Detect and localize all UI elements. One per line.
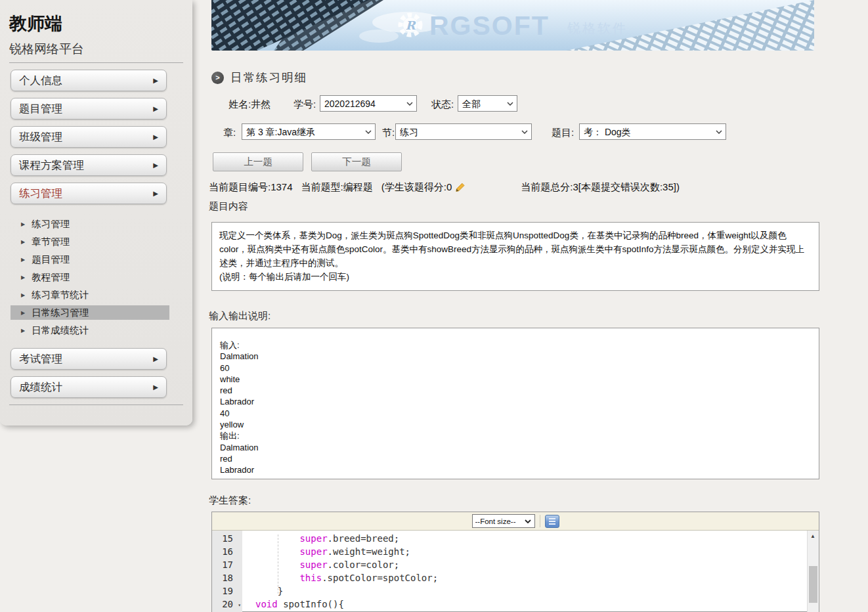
sidebar: 教师端 锐格网络平台 个人信息 ▶ 题目管理 ▶ 班级管理 ▶ 课程方案管理 ▶… — [0, 0, 192, 426]
fold-arrow-icon[interactable]: ▾ — [238, 602, 241, 608]
submenu-daily-exercise-mgmt[interactable]: ▶ 日常练习管理 — [11, 305, 169, 320]
submenu-tutorial-mgmt[interactable]: ▶ 教程管理 — [11, 270, 169, 284]
divider — [9, 404, 183, 405]
submenu-label: 日常成绩统计 — [32, 324, 89, 337]
scroll-up-icon[interactable]: ▲ — [810, 533, 815, 539]
line-number: 17 — [212, 559, 242, 573]
sidebar-item-label: 考试管理 — [19, 352, 62, 366]
submenu-label: 题目管理 — [32, 253, 70, 266]
triangle-bullet-icon: ▶ — [21, 292, 25, 298]
question-label: 题目: — [552, 127, 574, 139]
chapter-select[interactable]: 第 3 章:Java继承 — [242, 123, 376, 140]
submenu-exercise-chapter-stats[interactable]: ▶ 练习章节统计 — [11, 288, 169, 302]
line-number: 16 — [212, 546, 242, 559]
app-title: 教师端 — [9, 12, 62, 35]
submenu-label: 练习章节统计 — [32, 289, 89, 301]
chevron-right-icon: ▶ — [153, 105, 158, 112]
sidebar-item-label: 课程方案管理 — [19, 158, 84, 173]
editor-scrollbar[interactable]: ▲ — [807, 531, 819, 612]
code-line: super.weight=weight; — [255, 546, 819, 559]
code-line: super.breed=breed; — [255, 533, 819, 546]
line-number: 18 — [212, 573, 242, 586]
chevron-right-icon: ▶ — [153, 355, 158, 362]
sidebar-item-label: 题目管理 — [19, 102, 62, 116]
line-number: 15 — [212, 533, 242, 546]
font-size-select-wrap: --Font size-- — [472, 514, 535, 528]
question-content-box: 现定义一个类体系，基类为Dog，派生类为斑点狗SpottedDog类和非斑点狗U… — [211, 222, 819, 291]
page-title: 日常练习明细 — [230, 70, 307, 85]
submenu-label: 教程管理 — [32, 271, 70, 284]
status-select[interactable]: 全部 — [458, 95, 517, 112]
sidebar-item-label: 成绩统计 — [19, 380, 62, 395]
submenu-question-mgmt[interactable]: ▶ 题目管理 — [11, 252, 169, 267]
sidebar-item-score-stats[interactable]: 成绩统计 ▶ — [11, 376, 167, 398]
io-description-box: 输入: Dalmation 60 white red Labrador 40 y… — [211, 328, 819, 479]
student-id-label: 学号: — [293, 98, 316, 111]
toolbar-separator — [540, 515, 540, 527]
indent-guide — [278, 535, 278, 594]
chevron-right-icon: ▶ — [153, 133, 158, 141]
section-select[interactable]: 练习 — [395, 123, 532, 140]
question-select[interactable]: 考： Dog类 — [579, 123, 726, 140]
sidebar-item-label: 个人信息 — [19, 74, 62, 88]
document-style-icon[interactable] — [545, 515, 559, 528]
triangle-bullet-icon: ▶ — [21, 239, 25, 245]
sidebar-item-personal-info[interactable]: 个人信息 ▶ — [11, 70, 167, 91]
student-id-select[interactable]: 2020212694 — [320, 95, 417, 112]
sidebar-item-label: 班级管理 — [19, 130, 62, 144]
header-banner: R RGSOFT 锐格软件 — [211, 0, 814, 51]
status-label: 状态: — [431, 98, 454, 111]
answer-section-label: 学生答案: — [209, 494, 251, 507]
code-line: } — [255, 586, 819, 599]
triangle-bullet-icon: ▶ — [21, 328, 25, 334]
font-size-select[interactable]: --Font size-- — [472, 514, 535, 528]
chapter-select-wrap: 第 3 章:Java继承 — [242, 123, 376, 140]
sidebar-item-question-mgmt[interactable]: 题目管理 ▶ — [11, 98, 167, 120]
question-status-line: 当前题目编号:1374 当前题型:编程题 (学生该题得分:0 当前题总分:3[本… — [209, 181, 826, 194]
submenu-label: 练习管理 — [32, 218, 70, 230]
prev-question-button[interactable]: 上一题 — [213, 152, 303, 171]
editor-body[interactable]: 15 16 17 18 19 20▾ super.breed=breed; su… — [212, 531, 819, 612]
content-section-label: 题目内容 — [209, 200, 248, 213]
triangle-bullet-icon: ▶ — [21, 257, 25, 263]
page: { "colors": { "accent_red": "#a03a30", "… — [0, 0, 868, 612]
code-line: super.color=color; — [255, 559, 819, 573]
line-number: 19 — [212, 586, 242, 599]
section-select-wrap: 练习 — [395, 123, 532, 140]
scrollbar-thumb[interactable] — [809, 566, 817, 603]
question-select-wrap: 考： Dog类 — [579, 123, 726, 140]
code-line: void spotInfo(){ — [255, 599, 819, 612]
student-score: (学生该题得分:0 — [381, 181, 452, 194]
line-number-gutter: 15 16 17 18 19 20▾ — [212, 531, 242, 612]
status-select-wrap: 全部 — [458, 95, 517, 112]
gear-icon: R — [401, 15, 420, 35]
submenu-daily-score-stats[interactable]: ▶ 日常成绩统计 — [11, 323, 169, 338]
sidebar-item-label: 练习管理 — [19, 186, 62, 201]
submenu-label: 日常练习管理 — [32, 307, 89, 319]
submenu-exercise-mgmt[interactable]: ▶ 练习管理 — [11, 217, 169, 231]
app-subtitle: 锐格网络平台 — [9, 41, 84, 58]
question-total-score: 当前题总分:3[本题提交错误次数:35]) — [521, 181, 680, 194]
divider — [9, 62, 183, 63]
student-id-select-wrap: 2020212694 — [320, 95, 417, 112]
submenu-chapter-mgmt[interactable]: ▶ 章节管理 — [11, 234, 169, 249]
svg-text:R: R — [406, 18, 416, 32]
sidebar-item-class-mgmt[interactable]: 班级管理 ▶ — [11, 126, 167, 148]
sidebar-item-exam-mgmt[interactable]: 考试管理 ▶ — [11, 348, 167, 370]
section-label: 节: — [382, 127, 395, 139]
sidebar-item-exercise-mgmt[interactable]: 练习管理 ▶ — [11, 183, 167, 204]
chapter-label: 章: — [223, 127, 236, 139]
code-area[interactable]: super.breed=breed; super.weight=weight; … — [242, 531, 819, 612]
question-number: 当前题目编号:1374 — [209, 181, 293, 194]
next-question-button[interactable]: 下一题 — [311, 152, 402, 171]
banner-image: R RGSOFT 锐格软件 — [211, 0, 814, 51]
edit-pencil-icon[interactable] — [455, 183, 466, 192]
triangle-bullet-icon: ▶ — [21, 221, 25, 227]
arrow-circle-icon: > — [211, 72, 224, 84]
sidebar-item-course-plan-mgmt[interactable]: 课程方案管理 ▶ — [11, 154, 167, 176]
io-section-label: 输入输出说明: — [209, 310, 271, 322]
student-name-label: 姓名:井然 — [228, 98, 271, 111]
question-type: 当前题型:编程题 — [301, 181, 373, 194]
chevron-right-icon: ▶ — [153, 383, 158, 391]
page-title-row: > 日常练习明细 — [211, 70, 307, 85]
